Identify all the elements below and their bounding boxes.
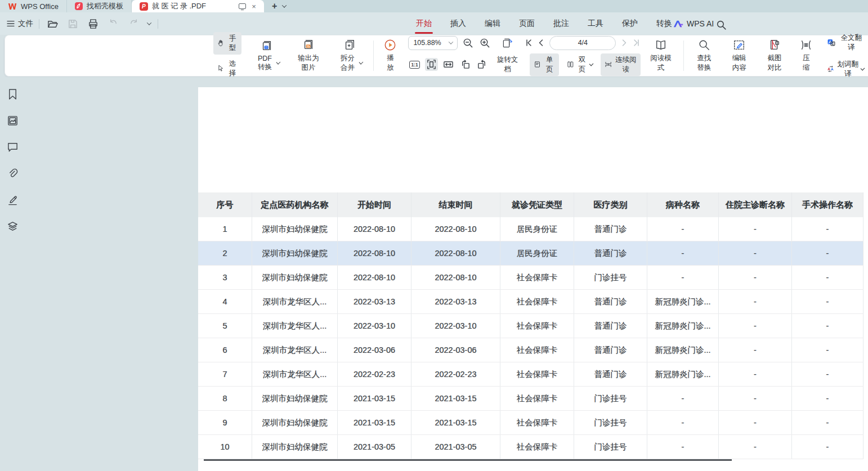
pdf-page[interactable]: 序号定点医药机构名称开始时间结束时间就诊凭证类型医疗类别病种名称住院主诊断名称手… bbox=[198, 87, 868, 471]
thumbnails-panel-button[interactable] bbox=[6, 114, 20, 129]
edit-content-button[interactable]: 编辑内容 bbox=[724, 37, 754, 75]
table-cell: 社会保障卡 bbox=[500, 435, 574, 459]
print-button[interactable] bbox=[87, 17, 100, 30]
find-replace-button[interactable]: 查找替换 bbox=[689, 37, 719, 75]
present-on-screen-icon[interactable] bbox=[239, 3, 246, 9]
layers-panel-button[interactable] bbox=[6, 219, 20, 235]
table-cell: 4 bbox=[198, 290, 252, 313]
hand-tool-button[interactable]: 手型 bbox=[213, 32, 241, 55]
edit-content-label: 编辑内容 bbox=[730, 53, 749, 73]
tab-list-chevron-icon[interactable] bbox=[282, 3, 287, 7]
first-page-button[interactable] bbox=[525, 39, 533, 47]
attachments-panel-button[interactable] bbox=[6, 167, 20, 182]
compress-button[interactable]: 压缩 bbox=[795, 37, 817, 75]
split-merge-button[interactable]: 拆分合并 bbox=[332, 37, 367, 75]
menu-tab[interactable]: 批注 bbox=[552, 12, 570, 35]
bookmarks-panel-button[interactable] bbox=[6, 87, 20, 103]
menu-tab[interactable]: 插入 bbox=[449, 12, 467, 35]
pdf-convert-button[interactable]: PDF转换 bbox=[249, 38, 284, 74]
table-cell: 2022-03-10 bbox=[411, 314, 500, 338]
next-page-button[interactable] bbox=[620, 39, 628, 47]
table-cell: 社会保障卡 bbox=[500, 362, 574, 386]
table-cell: - bbox=[792, 314, 863, 338]
tab-docer-templates[interactable]: 找稻壳模板 bbox=[67, 0, 132, 12]
table-body: 1深圳市妇幼保健院2022-08-102022-08-10居民身份证普通门诊--… bbox=[198, 217, 863, 459]
table-cell: - bbox=[719, 411, 792, 434]
menu-tab[interactable]: 页面 bbox=[518, 12, 536, 35]
zoom-in-button[interactable] bbox=[478, 37, 491, 50]
save-button[interactable] bbox=[66, 17, 79, 30]
select-tool-button[interactable]: 选择 bbox=[213, 57, 241, 80]
table-cell: 1 bbox=[198, 217, 252, 241]
menu-tab[interactable]: 保护 bbox=[621, 12, 639, 35]
double-page-icon bbox=[567, 60, 574, 69]
table-cell: - bbox=[647, 435, 719, 459]
column-header: 序号 bbox=[198, 192, 252, 217]
organize-pages-button[interactable] bbox=[501, 37, 514, 50]
table-row: 9深圳市妇幼保健院2021-03-152021-03-15社会保障卡门诊挂号--… bbox=[198, 411, 863, 435]
rotate-right-button[interactable] bbox=[476, 58, 489, 71]
table-cell: 社会保障卡 bbox=[500, 338, 574, 362]
table-cell: - bbox=[792, 362, 863, 386]
table-cell: 2022-08-10 bbox=[338, 266, 411, 289]
zoom-level-select[interactable]: 105.88% bbox=[408, 36, 458, 50]
table-cell: - bbox=[792, 241, 863, 265]
table-cell: - bbox=[647, 266, 719, 289]
page-number-input[interactable] bbox=[549, 36, 616, 50]
read-mode-label: 阅读模式 bbox=[649, 53, 672, 73]
tab-wps-office[interactable]: WPS Office bbox=[0, 0, 67, 12]
table-row: 4深圳市龙华区人...2022-03-132022-03-13社会保障卡普通门诊… bbox=[198, 290, 863, 314]
actual-size-button[interactable]: 1:1 bbox=[408, 60, 420, 70]
play-button[interactable]: 播放 bbox=[379, 37, 401, 75]
previous-page-button[interactable] bbox=[537, 39, 545, 47]
pdf-file-icon: P bbox=[140, 2, 148, 11]
menu-tab[interactable]: 编辑 bbox=[484, 12, 502, 35]
menu-tab[interactable]: 开始 bbox=[415, 12, 433, 35]
last-page-button[interactable] bbox=[633, 39, 641, 47]
new-tab-button[interactable]: + bbox=[272, 1, 277, 11]
wps-ai-button[interactable]: WPS AI bbox=[673, 12, 714, 35]
table-cell: 门诊挂号 bbox=[574, 387, 647, 410]
fit-page-button[interactable] bbox=[425, 58, 438, 71]
close-tab-icon[interactable]: × bbox=[252, 3, 256, 10]
find-replace-label: 查找替换 bbox=[694, 53, 714, 73]
hand-icon bbox=[217, 38, 225, 48]
window-tab-bar: WPS Office 找稻壳模板 P 就 医 记 录 .PDF × + bbox=[0, 0, 868, 12]
undo-button[interactable] bbox=[107, 17, 120, 30]
table-row: 7深圳市龙华区人...2022-02-232022-02-23社会保障卡普通门诊… bbox=[198, 362, 863, 387]
full-text-translate-button[interactable]: 全文翻译 bbox=[823, 32, 868, 54]
double-page-view-button[interactable]: 双页 bbox=[563, 53, 597, 76]
table-cell: - bbox=[719, 362, 792, 386]
table-cell: 2022-03-13 bbox=[411, 290, 500, 313]
table-cell: - bbox=[647, 241, 719, 265]
signature-panel-button[interactable] bbox=[6, 193, 20, 209]
redo-button[interactable] bbox=[127, 17, 140, 30]
menu-tab[interactable]: 转换 bbox=[655, 12, 673, 35]
table-cell: - bbox=[792, 387, 863, 410]
bookmark-icon bbox=[7, 88, 19, 100]
word-translate-label: 划词翻译 bbox=[837, 60, 858, 79]
column-header: 开始时间 bbox=[338, 192, 411, 217]
ribbon-search-icon[interactable] bbox=[715, 19, 728, 32]
more-quick-actions-chevron-icon[interactable] bbox=[147, 20, 151, 25]
wps-logo-icon bbox=[8, 3, 17, 10]
file-menu-button[interactable]: 文件 bbox=[0, 19, 39, 29]
continuous-read-button[interactable]: 连续阅读 bbox=[601, 53, 641, 76]
rotate-left-button[interactable] bbox=[459, 58, 472, 71]
single-page-view-button[interactable]: 单页 bbox=[530, 53, 558, 76]
table-row: 3深圳市妇幼保健院2022-08-102022-08-10社会保障卡门诊挂号--… bbox=[198, 266, 863, 290]
open-file-button[interactable] bbox=[46, 17, 59, 30]
zoom-out-button[interactable] bbox=[462, 37, 475, 50]
fit-width-button[interactable] bbox=[442, 58, 455, 71]
read-mode-button[interactable]: 阅读模式 bbox=[644, 37, 677, 75]
comments-panel-button[interactable] bbox=[6, 140, 20, 156]
table-cell: - bbox=[719, 314, 792, 338]
table-row: 10深圳市妇幼保健院2021-03-052021-03-05社会保障卡门诊挂号-… bbox=[198, 435, 863, 459]
split-merge-label: 拆分合并 bbox=[337, 53, 358, 73]
rotate-document-button[interactable]: 旋转文档 bbox=[493, 53, 523, 76]
menu-tab[interactable]: 工具 bbox=[587, 12, 605, 35]
table-cell: 深圳市妇幼保健院 bbox=[252, 411, 338, 434]
screenshot-compare-button[interactable]: 截图对比 bbox=[760, 37, 790, 75]
tab-document-pdf[interactable]: P 就 医 记 录 .PDF × bbox=[132, 0, 264, 12]
export-as-image-button[interactable]: 输出为图片 bbox=[290, 37, 326, 75]
